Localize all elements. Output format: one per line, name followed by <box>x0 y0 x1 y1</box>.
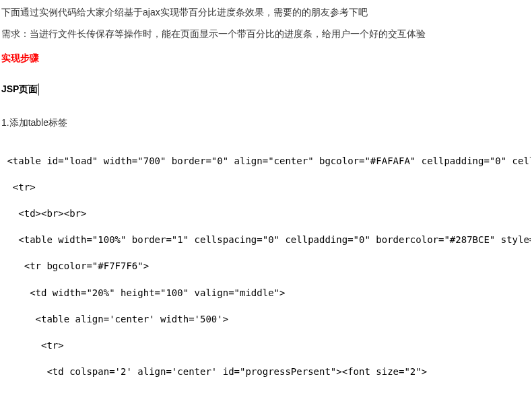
code-line: <table id="load" width="700" border="0" … <box>1 155 531 166</box>
code-line: <td colspan='2' align='center' id="progr… <box>1 366 427 377</box>
intro-text: 下面通过实例代码给大家介绍基于ajax实现带百分比进度条效果，需要的的朋友参考下… <box>1 7 531 19</box>
code-line: <td width="20%" height="100" valign="mid… <box>1 287 285 298</box>
code-line: <tr> <box>1 340 64 351</box>
code-line: <table align='center' width='500'> <box>1 314 228 324</box>
code-block: <table id="load" width="700" border="0" … <box>1 141 531 379</box>
code-line: <tr bgcolor="#F7F7F6"> <box>1 260 149 271</box>
code-line: <tr> <box>1 182 36 193</box>
requirement-text: 需求：当进行文件长传保存等操作时，能在页面显示一个带百分比的进度条，给用户一个好… <box>1 28 531 40</box>
step-1-label: 1.添加table标签 <box>1 117 531 129</box>
heading-jsp: JSP页面 <box>1 83 39 96</box>
code-line: <td><br><br> <box>1 208 86 219</box>
heading-steps: 实现步骤 <box>1 53 531 65</box>
code-line: <table width="100%" border="1" cellspaci… <box>1 234 531 245</box>
